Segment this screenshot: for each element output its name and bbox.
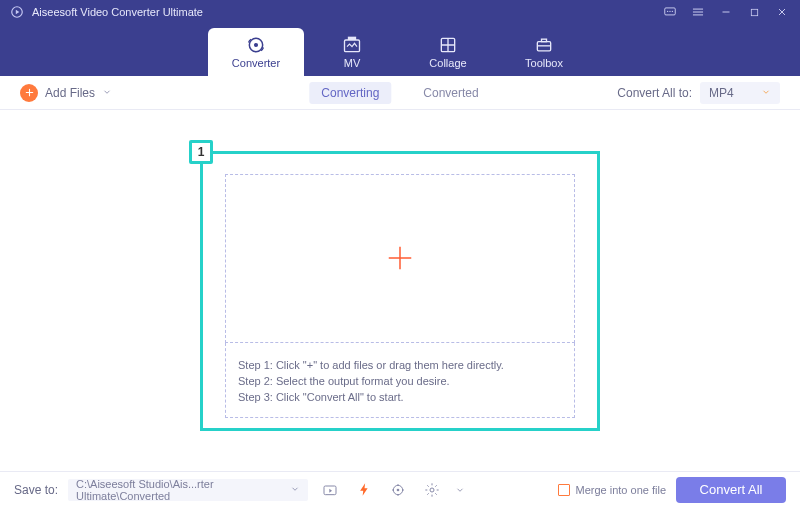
callout-frame: 1 Step 1: Click "+" to add files or drag… (200, 151, 600, 431)
drop-zone[interactable] (225, 174, 575, 343)
app-logo-icon (10, 5, 24, 19)
workspace: 1 Step 1: Click "+" to add files or drag… (0, 110, 800, 471)
collage-icon (438, 35, 458, 55)
app-title: Aiseesoft Video Converter Ultimate (32, 6, 203, 18)
plus-icon (20, 84, 38, 102)
status-segment: Converting Converted (309, 82, 490, 104)
titlebar: Aiseesoft Video Converter Ultimate (0, 0, 800, 24)
chevron-down-icon (761, 86, 771, 100)
menu-icon[interactable] (690, 4, 706, 20)
save-path-value: C:\Aiseesoft Studio\Ais...rter Ultimate\… (76, 478, 290, 502)
save-path-select[interactable]: C:\Aiseesoft Studio\Ais...rter Ultimate\… (68, 479, 308, 501)
chevron-down-icon (102, 86, 112, 100)
step-2-text: Step 2: Select the output format you des… (238, 375, 562, 387)
tab-converted[interactable]: Converted (411, 82, 490, 104)
minimize-icon[interactable] (718, 4, 734, 20)
svg-point-8 (254, 43, 258, 47)
main-tabbar: Converter MV Collage Toolbox (0, 24, 800, 76)
svg-marker-1 (16, 10, 19, 15)
add-files-label: Add Files (45, 86, 95, 100)
svg-point-18 (430, 488, 434, 492)
svg-point-4 (669, 11, 670, 12)
svg-marker-15 (329, 488, 332, 492)
toolbar: Add Files Converting Converted Convert A… (0, 76, 800, 110)
convert-to-label: Convert All to: (617, 86, 692, 100)
chevron-down-icon (290, 484, 300, 496)
format-select[interactable]: MP4 (700, 82, 780, 104)
hw-accel-on-icon[interactable] (352, 479, 376, 501)
close-icon[interactable] (774, 4, 790, 20)
tab-label: Converter (232, 57, 280, 69)
svg-point-17 (397, 488, 400, 491)
svg-rect-10 (348, 37, 356, 40)
merge-label: Merge into one file (576, 484, 667, 496)
merge-checkbox[interactable]: Merge into one file (558, 484, 667, 496)
svg-point-5 (672, 11, 673, 12)
steps-panel: Step 1: Click "+" to add files or drag t… (225, 343, 575, 418)
tab-label: MV (344, 57, 361, 69)
svg-rect-13 (542, 39, 547, 42)
tab-collage[interactable]: Collage (400, 28, 496, 76)
tab-converter[interactable]: Converter (208, 28, 304, 76)
tab-mv[interactable]: MV (304, 28, 400, 76)
converter-icon (246, 35, 266, 55)
convert-all-to: Convert All to: MP4 (617, 82, 780, 104)
format-value: MP4 (709, 86, 734, 100)
chevron-down-icon[interactable] (454, 479, 466, 501)
tab-label: Toolbox (525, 57, 563, 69)
maximize-icon[interactable] (746, 4, 762, 20)
footer: Save to: C:\Aiseesoft Studio\Ais...rter … (0, 471, 800, 507)
feedback-icon[interactable] (662, 4, 678, 20)
svg-rect-6 (751, 9, 757, 15)
mv-icon (342, 35, 362, 55)
svg-point-3 (667, 11, 668, 12)
settings-icon[interactable] (420, 479, 444, 501)
convert-all-button[interactable]: Convert All (676, 477, 786, 503)
step-1-text: Step 1: Click "+" to add files or drag t… (238, 359, 562, 371)
hw-accel-off-icon[interactable] (386, 479, 410, 501)
add-files-button[interactable]: Add Files (20, 84, 112, 102)
tab-label: Collage (429, 57, 466, 69)
open-folder-icon[interactable] (318, 479, 342, 501)
tab-converting[interactable]: Converting (309, 82, 391, 104)
callout-badge: 1 (189, 140, 213, 164)
step-3-text: Step 3: Click "Convert All" to start. (238, 391, 562, 403)
checkbox-box[interactable] (558, 484, 570, 496)
tab-toolbox[interactable]: Toolbox (496, 28, 592, 76)
toolbox-icon (534, 35, 554, 55)
add-plus-icon[interactable] (385, 243, 415, 273)
save-to-label: Save to: (14, 483, 58, 497)
